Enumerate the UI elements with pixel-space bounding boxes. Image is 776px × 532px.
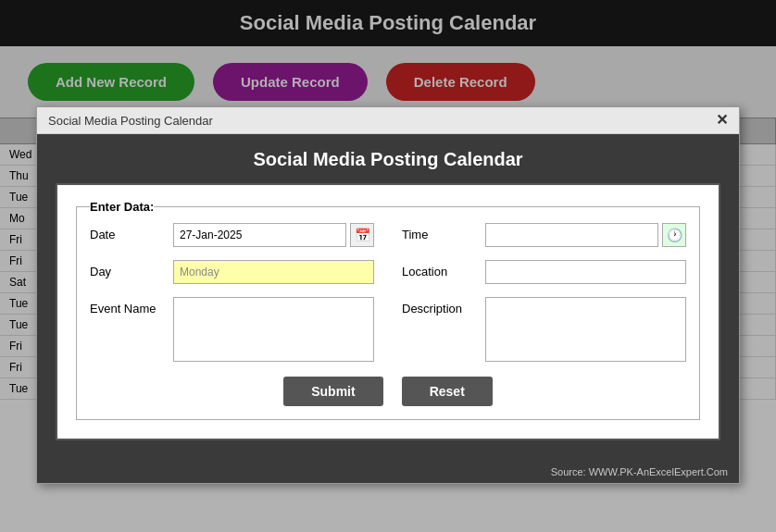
location-input[interactable] <box>485 260 686 284</box>
day-input[interactable] <box>173 260 374 284</box>
day-row: Day <box>90 260 374 284</box>
time-input-group: 🕐 <box>485 223 686 247</box>
modal-close-button[interactable]: ✕ <box>716 113 728 128</box>
form-fieldset: Enter Data: Date 📅 Time <box>76 200 700 420</box>
event-name-label: Event Name <box>90 297 164 315</box>
modal-dialog: Social Media Posting Calendar ✕ Social M… <box>36 106 740 484</box>
modal-title: Social Media Posting Calendar <box>56 149 720 170</box>
day-input-group <box>173 260 374 284</box>
location-input-group <box>485 260 686 284</box>
day-label: Day <box>90 260 164 278</box>
submit-button[interactable]: Submit <box>283 377 382 406</box>
modal-overlay: Social Media Posting Calendar ✕ Social M… <box>0 0 776 532</box>
location-label: Location <box>402 260 476 278</box>
event-name-input[interactable] <box>173 297 374 362</box>
modal-titlebar-text: Social Media Posting Calendar <box>48 114 213 128</box>
event-name-row: Event Name <box>90 297 374 362</box>
description-row: Description <box>402 297 686 362</box>
calendar-icon-button[interactable]: 📅 <box>350 223 374 247</box>
form-buttons: Submit Reset <box>90 377 686 406</box>
date-input-group: 📅 <box>173 223 374 247</box>
time-input[interactable] <box>485 223 658 247</box>
modal-body: Social Media Posting Calendar Enter Data… <box>37 134 739 459</box>
date-label: Date <box>90 223 164 241</box>
time-label: Time <box>402 223 476 241</box>
modal-form-area: Enter Data: Date 📅 Time <box>56 183 720 440</box>
reset-button[interactable]: Reset <box>402 377 493 406</box>
fieldset-legend: Enter Data: <box>90 200 154 214</box>
description-input-group <box>485 297 686 362</box>
description-input[interactable] <box>485 297 686 362</box>
date-input[interactable] <box>173 223 346 247</box>
footer-source-text: Source: WWW.PK-AnExcelExpert.Com <box>551 466 728 477</box>
clock-icon-button[interactable]: 🕐 <box>662 223 686 247</box>
modal-footer: Source: WWW.PK-AnExcelExpert.Com <box>37 459 739 483</box>
date-row: Date 📅 <box>90 223 374 247</box>
modal-titlebar: Social Media Posting Calendar ✕ <box>37 107 739 134</box>
description-label: Description <box>402 297 476 315</box>
time-row: Time 🕐 <box>402 223 686 247</box>
location-row: Location <box>402 260 686 284</box>
event-name-input-group <box>173 297 374 362</box>
